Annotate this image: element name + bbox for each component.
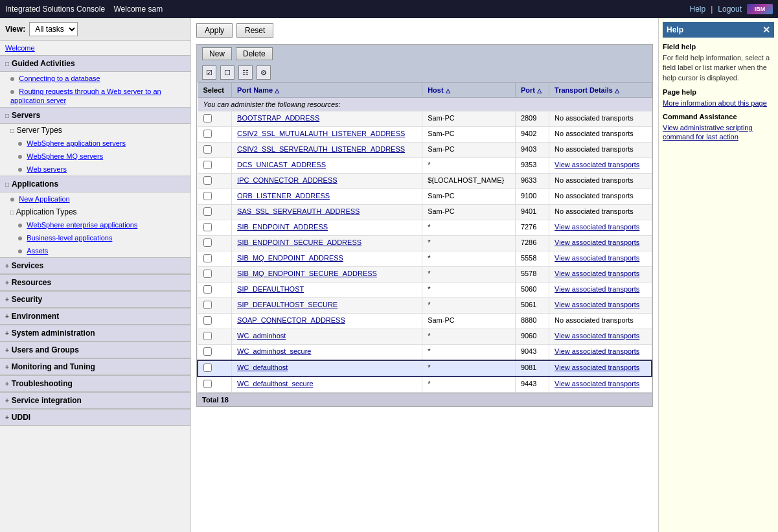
row-checkbox[interactable] <box>203 316 212 325</box>
row-checkbox[interactable] <box>203 270 212 278</box>
row-checkbox[interactable] <box>203 114 212 122</box>
transport-link[interactable]: View associated transports <box>555 223 639 231</box>
port-name-link[interactable]: SIB_MQ_ENDPOINT_ADDRESS <box>237 254 343 262</box>
transport-link[interactable]: View associated transports <box>555 301 639 308</box>
sidebar-section-services[interactable]: + Services <box>0 257 190 274</box>
new-button[interactable]: New <box>202 47 232 60</box>
sidebar-item-websphere-app-servers[interactable]: WebSphere application servers <box>0 137 190 150</box>
websphere-app-servers-link[interactable]: WebSphere application servers <box>27 139 126 147</box>
sidebar-section-guided-activities[interactable]: □ Guided Activities <box>0 55 190 72</box>
row-checkbox[interactable] <box>203 301 212 309</box>
sidebar-section-service-integration[interactable]: + Service integration <box>0 392 190 409</box>
port-name-link[interactable]: WC_defaulthost <box>237 364 288 371</box>
sidebar-section-system-admin[interactable]: + System administration <box>0 325 190 341</box>
row-checkbox[interactable] <box>203 145 212 154</box>
transport-link[interactable]: View associated transports <box>555 238 639 246</box>
deselect-all-icon[interactable]: ☐ <box>220 65 235 80</box>
websphere-enterprise-apps-link[interactable]: WebSphere enterprise applications <box>27 221 137 229</box>
sidebar-sub-application-types[interactable]: □ Application Types <box>0 205 190 218</box>
port-name-link[interactable]: BOOTSTRAP_ADDRESS <box>237 114 319 122</box>
host-sort[interactable]: Host △ <box>428 86 450 94</box>
transport-link[interactable]: View associated transports <box>555 270 639 277</box>
transport-link[interactable]: View associated transports <box>555 380 639 387</box>
port-name-sort[interactable]: Port Name △ <box>237 86 279 94</box>
port-name-link[interactable]: DCS_UNICAST_ADDRESS <box>237 161 326 168</box>
sidebar-item-welcome[interactable]: Welcome <box>0 41 190 55</box>
sidebar-item-websphere-mq-servers[interactable]: WebSphere MQ servers <box>0 150 190 163</box>
transport-link[interactable]: View associated transports <box>555 364 639 371</box>
row-checkbox[interactable] <box>203 192 212 200</box>
port-sort[interactable]: Port △ <box>521 86 542 94</box>
preferences-icon[interactable]: ⚙ <box>257 65 271 80</box>
websphere-mq-servers-link[interactable]: WebSphere MQ servers <box>27 152 103 160</box>
help-link[interactable]: Help <box>689 5 705 14</box>
row-checkbox[interactable] <box>203 347 212 356</box>
connecting-db-link[interactable]: Connecting to a database <box>19 75 100 82</box>
row-checkbox[interactable] <box>203 332 212 340</box>
port-name-link[interactable]: IPC_CONNECTOR_ADDRESS <box>237 176 337 184</box>
port-name-link[interactable]: WC_adminhost_secure <box>237 347 311 355</box>
row-checkbox[interactable] <box>203 207 212 216</box>
transport-link[interactable]: View associated transports <box>555 254 639 262</box>
row-checkbox[interactable] <box>203 176 212 185</box>
row-checkbox[interactable] <box>203 238 212 247</box>
row-checkbox[interactable] <box>203 364 212 372</box>
transport-link[interactable]: View associated transports <box>555 347 639 355</box>
sidebar-section-environment[interactable]: + Environment <box>0 308 190 325</box>
sidebar-section-security[interactable]: + Security <box>0 291 190 308</box>
port-name-link[interactable]: ORB_LISTENER_ADDRESS <box>237 192 330 200</box>
port-name-link[interactable]: SAS_SSL_SERVERAUTH_ADDRESS <box>237 207 360 215</box>
reset-button[interactable]: Reset <box>236 23 273 38</box>
sidebar-item-business-level-apps[interactable]: Business-level applications <box>0 231 190 244</box>
port-name-link[interactable]: SIB_ENDPOINT_ADDRESS <box>237 223 328 231</box>
port-name-link[interactable]: SOAP_CONNECTOR_ADDRESS <box>237 316 345 324</box>
command-assistance-link[interactable]: View administrative scripting command fo… <box>663 124 753 141</box>
row-checkbox[interactable] <box>203 161 212 169</box>
transport-link[interactable]: View associated transports <box>555 332 639 340</box>
view-select[interactable]: All tasks <box>29 22 78 36</box>
assets-link[interactable]: Assets <box>27 247 48 255</box>
sidebar-section-resources[interactable]: + Resources <box>0 274 190 291</box>
transport-link[interactable]: View associated transports <box>555 161 639 168</box>
delete-button[interactable]: Delete <box>236 47 273 60</box>
sidebar-section-servers[interactable]: □ Servers <box>0 107 190 124</box>
sidebar-section-troubleshooting[interactable]: + Troubleshooting <box>0 375 190 392</box>
business-level-apps-link[interactable]: Business-level applications <box>27 234 112 242</box>
sidebar-item-connecting-db[interactable]: Connecting to a database <box>0 72 190 85</box>
sidebar-item-assets[interactable]: Assets <box>0 244 190 257</box>
port-name-link[interactable]: SIP_DEFAULTHOST <box>237 285 304 293</box>
sidebar-section-applications[interactable]: □ Applications <box>0 176 190 192</box>
sidebar-section-monitoring-tuning[interactable]: + Monitoring and Tuning <box>0 358 190 375</box>
transport-link[interactable]: View associated transports <box>555 285 639 293</box>
sidebar-sub-server-types[interactable]: □ Server Types <box>0 124 190 137</box>
page-help-link[interactable]: More information about this page <box>663 99 767 107</box>
port-name-link[interactable]: SIP_DEFAULTHOST_SECURE <box>237 301 338 308</box>
routing-requests-link[interactable]: Routing requests through a Web server to… <box>10 87 161 104</box>
port-name-link[interactable]: SIB_ENDPOINT_SECURE_ADDRESS <box>237 238 361 246</box>
help-close-button[interactable]: ✕ <box>762 25 770 35</box>
row-checkbox[interactable] <box>203 285 212 294</box>
transport-sort[interactable]: Transport Details △ <box>555 86 619 94</box>
port-name-link[interactable]: SIB_MQ_ENDPOINT_SECURE_ADDRESS <box>237 270 377 277</box>
sidebar-item-routing-requests[interactable]: Routing requests through a Web server to… <box>0 85 190 107</box>
sidebar-section-uddi[interactable]: + UDDI <box>0 409 190 426</box>
filter-icon[interactable]: ☷ <box>238 65 253 80</box>
sidebar-section-users-groups[interactable]: + Users and Groups <box>0 341 190 358</box>
sidebar-item-web-servers[interactable]: Web servers <box>0 163 190 176</box>
row-checkbox[interactable] <box>203 380 212 388</box>
sidebar-item-new-application[interactable]: New Application <box>0 192 190 205</box>
welcome-link[interactable]: Welcome <box>5 44 35 52</box>
port-name-link[interactable]: WC_defaulthost_secure <box>237 380 313 387</box>
logout-link[interactable]: Logout <box>718 5 742 14</box>
select-all-icon[interactable]: ☑ <box>202 65 216 80</box>
apply-button[interactable]: Apply <box>196 23 233 38</box>
web-servers-link[interactable]: Web servers <box>27 165 67 173</box>
port-name-link[interactable]: CSIV2_SSL_SERVERAUTH_LISTENER_ADDRESS <box>237 145 405 153</box>
row-checkbox[interactable] <box>203 130 212 138</box>
port-name-link[interactable]: CSIV2_SSL_MUTUALAUTH_LISTENER_ADDRESS <box>237 130 405 137</box>
row-checkbox[interactable] <box>203 223 212 231</box>
new-application-link[interactable]: New Application <box>19 195 69 203</box>
sidebar-item-websphere-enterprise-apps[interactable]: WebSphere enterprise applications <box>0 218 190 231</box>
port-name-link[interactable]: WC_adminhost <box>237 332 286 340</box>
row-checkbox[interactable] <box>203 254 212 262</box>
